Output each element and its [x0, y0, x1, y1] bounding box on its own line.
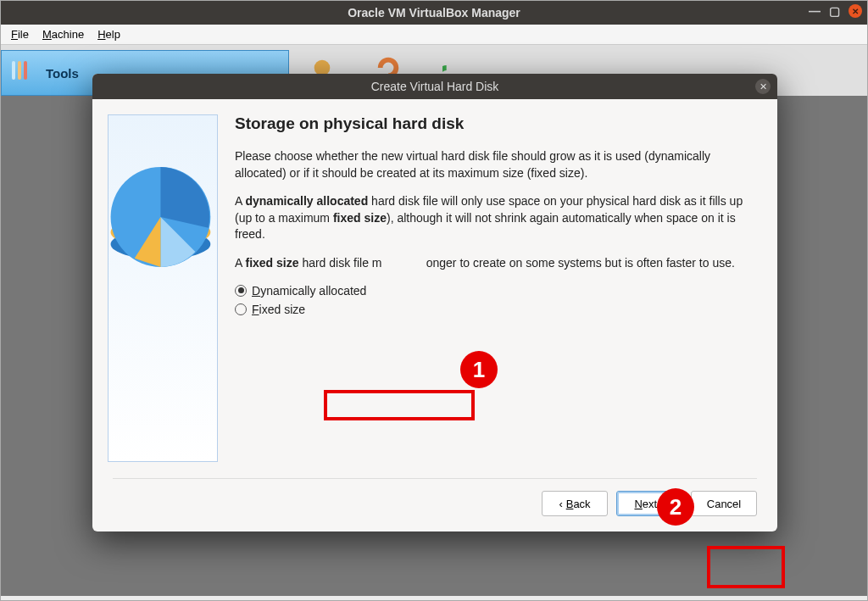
cancel-button[interactable]: Cancel — [691, 491, 757, 516]
create-disk-dialog: Create Virtual Hard Disk ✕ Storage on ph… — [92, 74, 777, 531]
main-title: Oracle VM VirtualBox Manager — [348, 6, 520, 19]
menu-help[interactable]: Help — [91, 26, 127, 42]
radio-dynamic-input[interactable] — [235, 285, 247, 297]
main-titlebar: Oracle VM VirtualBox Manager — ▢ ✕ — [1, 1, 867, 25]
dialog-content: Storage on physical hard disk Please cho… — [235, 114, 757, 478]
menu-file[interactable]: File — [4, 26, 36, 42]
dialog-close-icon[interactable]: ✕ — [755, 79, 771, 94]
main-window: Oracle VM VirtualBox Manager — ▢ ✕ File … — [0, 0, 868, 601]
dialog-para1: Please choose whether the new virtual ha… — [235, 148, 757, 181]
dialog-para2: A dynamically allocated hard disk file w… — [235, 193, 757, 243]
wizard-image — [108, 114, 218, 462]
minimize-icon[interactable]: — — [809, 4, 821, 18]
radio-dynamic-label: Dynamically allocated — [252, 284, 366, 298]
window-controls: — ▢ ✕ — [809, 4, 862, 18]
tools-label: Tools — [46, 66, 79, 81]
radio-fixed[interactable]: Fixed size — [235, 303, 757, 316]
next-button[interactable]: Next› — [616, 491, 682, 516]
pie-chart-icon — [108, 149, 217, 285]
dialog-footer: ‹Back Next› Cancel — [113, 478, 757, 531]
radio-fixed-input[interactable] — [235, 303, 247, 315]
menu-machine[interactable]: Machine — [36, 26, 91, 42]
dialog-para3: A fixed size hard disk file may take lon… — [235, 255, 757, 272]
maximize-icon[interactable]: ▢ — [829, 4, 840, 18]
chevron-left-icon: ‹ — [559, 498, 562, 510]
dialog-title: Create Virtual Hard Disk — [371, 80, 499, 93]
dialog-titlebar: Create Virtual Hard Disk ✕ — [92, 74, 777, 99]
back-button[interactable]: ‹Back — [542, 491, 608, 516]
tools-icon — [12, 61, 37, 85]
chevron-right-icon: › — [660, 498, 664, 510]
close-icon[interactable]: ✕ — [849, 4, 862, 18]
radio-dynamic[interactable]: Dynamically allocated — [235, 284, 757, 298]
dialog-body: Storage on physical hard disk Please cho… — [92, 99, 777, 478]
radio-fixed-label: Fixed size — [252, 303, 305, 316]
menubar: File Machine Help — [1, 25, 867, 45]
dialog-heading: Storage on physical hard disk — [235, 114, 757, 133]
